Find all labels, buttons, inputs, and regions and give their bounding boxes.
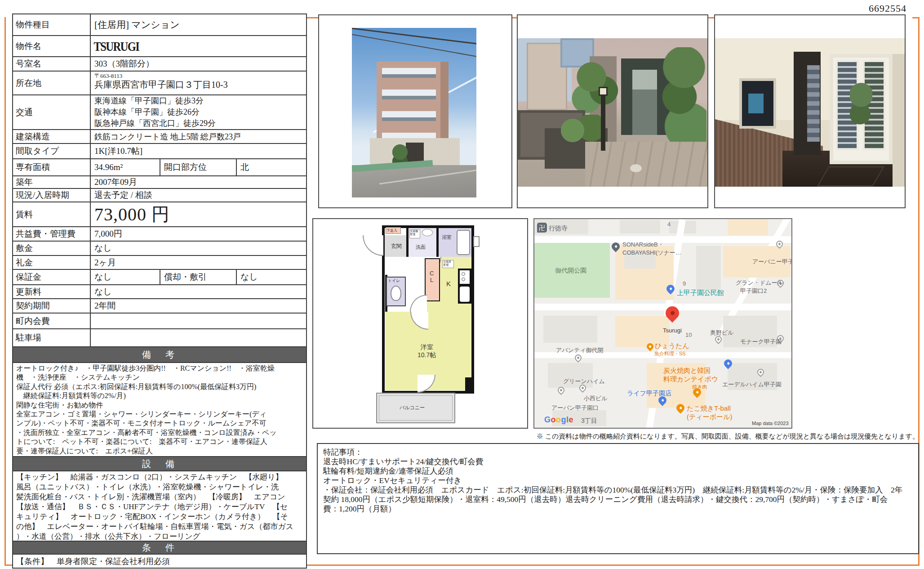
row-label: 交通 [13, 95, 91, 129]
row-label: 号室名 [13, 57, 91, 71]
mailboxes [807, 65, 820, 142]
row-value: 鉄筋コンクリート造 地上5階 総戸数23戸 [91, 130, 306, 143]
row-label: 保証金 [13, 270, 91, 284]
photo-entrance-approach [517, 14, 708, 208]
bathroom-window [473, 236, 480, 247]
map-label-4: 4 [667, 221, 671, 228]
table-row: 敷金 なし [13, 242, 306, 256]
table-row: 専有面積 34.96m² 開口部方位 北 [13, 159, 306, 176]
temple-pin-icon: 卍 [537, 223, 547, 233]
table-row: 物件種目 [住居用] マンション [13, 14, 306, 36]
map-label-takoyaki2: (ティーボール) [687, 413, 732, 421]
row-label: 築年 [13, 176, 91, 188]
map-label-okuno: 奥野ビル [710, 329, 734, 337]
map-label-sonar1: SONARsideB・ [622, 241, 664, 249]
conditions-text: 【条件】 単身者限定・保証会社利用必須 [13, 555, 306, 568]
washer-label: 洗濯機 置場 [410, 230, 418, 236]
greenery-through-door [850, 79, 872, 133]
floorplan-frame: 下足入 洗濯機 置場 玄関 洗面 浴室 トイレ C L 冷蔵庫 置場 K [312, 218, 528, 429]
map-label-yakiniku1: 炭火焼肉と韓国 [663, 367, 711, 375]
fridge-label: 冷蔵庫 置場 [443, 260, 451, 267]
kitchen-label: K [446, 280, 451, 287]
row-label: 間取タイプ [13, 144, 91, 158]
property-sheet-page: 6692554 物件種目 [住居用] マンション 物件名 TSURUGI 号室名… [0, 0, 924, 569]
row-label: 所在地 [13, 72, 91, 94]
map-label-urbany: アーバニー甲子園 [752, 258, 792, 266]
opening-direction-value: 北 [237, 159, 306, 175]
floor-area: 34.96m² [91, 159, 160, 175]
table-row: 建築構造 鉄筋コンクリート造 地上5階 総戸数23戸 [13, 130, 306, 144]
lamp-post [601, 92, 605, 151]
remarks-header: 備 考 [13, 347, 306, 363]
property-name: TSURUGI [91, 36, 267, 56]
map-building [620, 220, 660, 233]
table-row: 町内会費 [13, 314, 306, 329]
map-label-greenheim: グリーンハイム [563, 377, 605, 385]
row-label: 現況/入居時期 [13, 189, 91, 202]
map-label-park: 御代開公園 [555, 267, 586, 275]
genkan-label: 玄関 [391, 242, 402, 250]
row-label: 契約期間 [13, 299, 91, 313]
building-photo-image [352, 28, 476, 197]
entrance-photo-image [518, 38, 707, 187]
toilet-bowl [391, 286, 401, 301]
map-label-yakiniku2: 料理カンテイポウ [663, 375, 718, 384]
plant-right [662, 47, 706, 146]
row-value: 303（3階部分） [91, 57, 306, 71]
photo-entrance-hall [714, 14, 906, 208]
wall-corner [465, 377, 474, 394]
map-label-edelheim: エーデルハイム甲子園 [722, 381, 782, 389]
google-letter: o [556, 415, 561, 424]
map-road [534, 304, 792, 310]
row-label: 専有面積 [13, 159, 91, 175]
floor-tile-line [817, 166, 884, 186]
photo-building-exterior [318, 14, 512, 208]
remarks-text: オートロック付き♪ ・甲子園駅徒歩3分圏内!! ・RCマンション!! ・浴室乾燥… [13, 363, 306, 457]
row-value: 7,000円 [91, 227, 306, 241]
row-value [91, 329, 306, 346]
table-row: 共益費・管理費 7,000円 [13, 227, 306, 242]
intercom-monitor [742, 81, 773, 126]
right-wall [893, 54, 905, 187]
deposit-value: なし [91, 270, 160, 284]
conditions-header: 条 件 [13, 542, 306, 555]
toilet-label: トイレ [388, 278, 400, 284]
row-label: 更新料 [13, 285, 91, 298]
row-value: 2007年09月 [91, 176, 306, 188]
map-label-life-store: ライフ甲子園店 [627, 390, 671, 398]
monitor-screen [748, 94, 764, 113]
amortization-value: なし [237, 270, 306, 284]
table-row: 更新料 なし [13, 285, 306, 299]
paving-stone [630, 164, 642, 172]
map-label-konishi: 小西ビル [584, 394, 608, 403]
document-number: 6692554 [869, 3, 906, 14]
map-label-hyotan-sub: 魚介料理・SS [654, 350, 686, 357]
hall-photo-image [715, 38, 905, 187]
kitchen-sink [460, 287, 470, 302]
rent-amount: 73,000 円 [91, 202, 306, 226]
table-row: 保証金 なし 償却・敷引 なし [13, 270, 306, 285]
table-row: 号室名 303（3階部分） [13, 57, 306, 72]
table-row: 契約期間 2年間 [13, 299, 306, 314]
map-label-kouminkan: 上甲子園公民館 [677, 289, 724, 297]
table-row: 物件名 TSURUGI [13, 36, 306, 57]
sink-oval [422, 229, 433, 236]
map-building [696, 246, 721, 291]
entry-door-arc [363, 235, 383, 256]
room-label: 洋室 10.7帖 [418, 343, 436, 359]
shoe-box-label: 下足入 [386, 228, 397, 233]
entrance-glass-door [632, 70, 657, 135]
plant-upper [572, 61, 621, 115]
map-label-sonar2: COBAYASHI(ソナー… [622, 249, 681, 257]
row-label: 町内会費 [13, 314, 91, 328]
page-border-left [4, 17, 6, 566]
table-row: 間取タイプ 1K[洋10.7帖] [13, 144, 306, 159]
map-label-10: 10 [685, 332, 692, 338]
map-label-grand1: グラン・ドムール [736, 279, 783, 287]
row-value: なし [91, 242, 306, 255]
google-letter: g [561, 415, 567, 424]
row-label: 駐車場 [13, 329, 91, 346]
row-label: 賃料 [13, 202, 91, 226]
table-row: 所在地 〒663-8113 兵庫県西宮市甲子園口３丁目10-3 [13, 72, 306, 95]
table-row: 現況/入居時期 退去予定 / 相談 [13, 189, 306, 202]
